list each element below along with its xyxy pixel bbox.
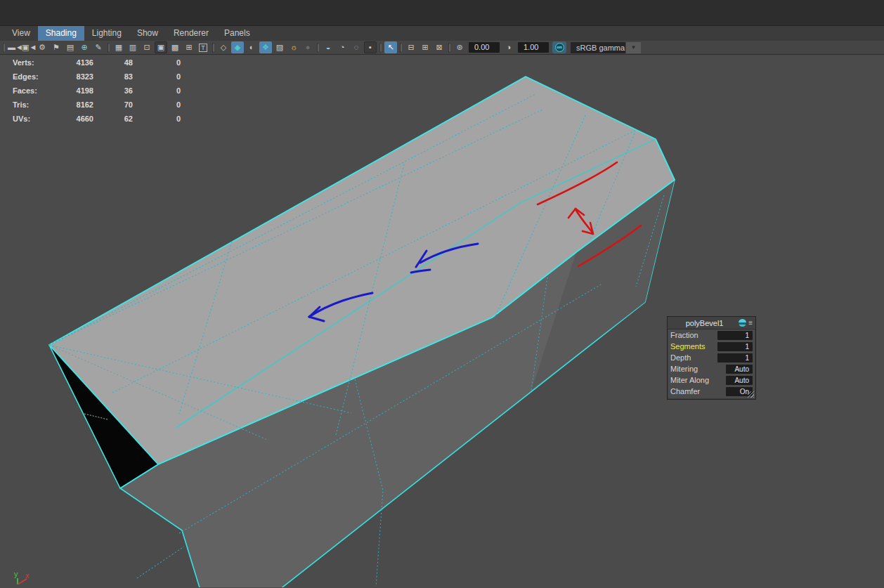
field-chart-icon-glyph: ▩ (171, 43, 178, 51)
lights-icon[interactable]: ☼ (287, 41, 300, 53)
safe-action-icon-glyph: ⊞ (186, 43, 192, 51)
hud-other: 0 (133, 70, 181, 84)
hud-label: Tris: (13, 98, 62, 112)
toolbar-separator (379, 43, 382, 53)
hud-total: 8162 (62, 98, 93, 112)
hud-row-uvs: UVs:4660620 (13, 112, 181, 126)
menu-item-lighting[interactable]: Lighting (84, 26, 129, 41)
xray-icon[interactable]: ⊟ (405, 41, 417, 53)
hud-total: 4136 (62, 55, 93, 70)
menu-item-show[interactable]: Show (129, 26, 166, 41)
toolbar-separator (3, 43, 5, 53)
in-view-editor[interactable]: polyBevel1 ≡ Fraction1Segments1Depth1Mit… (667, 316, 756, 400)
shadows-icon[interactable]: ◒ (322, 41, 334, 53)
hud-other: 0 (133, 84, 181, 98)
editor-row-mitering: MiteringAuto (668, 363, 755, 374)
film-gate-icon[interactable]: ▥ (126, 41, 139, 53)
chevron-down-icon[interactable]: ▼ (626, 42, 641, 53)
editor-row-chamfer: ChamferOn (668, 386, 755, 397)
panel-menu-icon[interactable]: ≡ (748, 320, 753, 327)
editor-panel-rows: Fraction1Segments1Depth1MiteringAutoMite… (668, 329, 755, 397)
menu-item-renderer[interactable]: Renderer (166, 26, 216, 41)
lock-camera-icon[interactable]: ▣◄ (22, 41, 34, 53)
window-titlebar (0, 0, 884, 26)
bookmark-icon[interactable]: ⚑ (50, 41, 63, 53)
attribute-value-field[interactable]: 1 (717, 342, 753, 351)
hud-other: 0 (133, 112, 181, 126)
attribute-value-field[interactable]: Auto (726, 365, 753, 374)
xray-joints-icon[interactable]: ⊞ (419, 41, 431, 53)
attribute-value-field[interactable]: 1 (717, 353, 753, 362)
editor-panel-titlebar[interactable]: polyBevel1 ≡ (668, 317, 755, 329)
lights-icon-glyph: ☼ (290, 43, 297, 51)
xray-icon-glyph: ⊟ (408, 43, 414, 51)
image-plane-icon-glyph: ▤ (67, 43, 74, 51)
grid-icon-glyph: ▦ (115, 43, 122, 51)
contrast-icon[interactable]: ◑ (502, 41, 515, 53)
toolbar-separator (317, 43, 319, 53)
editor-row-depth: Depth1 (668, 352, 755, 363)
camera-attributes-icon[interactable]: ⚙ (36, 41, 48, 53)
menu-item-shading[interactable]: Shading (38, 26, 84, 41)
default-material-icon-glyph: ▨ (276, 43, 283, 51)
editor-row-fraction: Fraction1 (668, 329, 755, 341)
viewport-3d[interactable]: Verts:4136480Edges:8323830Faces:4198360T… (0, 55, 884, 587)
shaded-cube-icon[interactable]: ◆ (231, 41, 244, 53)
hud-row-tris: Tris:8162700 (13, 98, 181, 112)
panel-menubar: ViewShadingLightingShowRendererPanels (0, 26, 884, 41)
selection-highlight-icon[interactable]: ↖ (384, 41, 397, 53)
gamma-on-button[interactable]: on (552, 41, 566, 53)
xray-active-icon[interactable]: ⊠ (433, 41, 446, 53)
pan-zoom-icon[interactable]: ⊕ (78, 41, 91, 53)
film-gate-icon-glyph: ▥ (129, 43, 136, 51)
textured-icon[interactable]: ◐ (245, 41, 258, 53)
hud-selected: 62 (93, 112, 133, 126)
hud-selected: 36 (93, 84, 133, 98)
dim-lights-icon-glyph: ● (306, 43, 311, 51)
hud-row-verts: Verts:4136480 (13, 55, 181, 70)
menu-item-view[interactable]: View (4, 26, 38, 41)
gate-mask-icon[interactable]: ▣ (155, 41, 167, 53)
attribute-label: Chamfer (670, 387, 726, 396)
wireframe-on-shaded-icon[interactable]: ❖ (259, 41, 272, 53)
exposure-field[interactable]: 0.00 (469, 42, 500, 53)
attribute-label: Fraction (670, 331, 717, 339)
safe-title-icon[interactable]: T (197, 41, 209, 53)
exposure-icon[interactable]: ⊛ (453, 41, 466, 53)
grease-pencil-icon[interactable]: ✎ (92, 41, 105, 53)
axis-x-label: x (25, 571, 30, 580)
colorspace-dropdown[interactable]: sRGB gamma (571, 42, 625, 53)
grease-pencil-icon-glyph: ✎ (95, 43, 101, 51)
attribute-value-field[interactable]: 1 (717, 331, 753, 340)
attribute-value-field[interactable]: Auto (726, 376, 753, 385)
menu-item-panels[interactable]: Panels (216, 26, 258, 41)
field-chart-icon[interactable]: ▩ (169, 41, 181, 53)
select-camera-icon[interactable]: ▬◄ (8, 41, 20, 53)
hud-label: UVs: (13, 112, 62, 126)
grid-icon[interactable]: ▦ (112, 41, 125, 53)
occlusion-icon[interactable]: ◔ (336, 41, 349, 53)
wireframe-cube-icon[interactable]: ◇ (217, 41, 230, 53)
default-material-icon[interactable]: ▨ (273, 41, 286, 53)
bookmark-icon-glyph: ⚑ (53, 43, 60, 51)
image-plane-icon[interactable]: ▤ (64, 41, 77, 53)
dim-lights-icon[interactable]: ● (301, 41, 314, 53)
toolbar-separator (108, 43, 110, 53)
wireframe-cube-icon-glyph: ◇ (221, 43, 226, 51)
safe-action-icon[interactable]: ⊞ (183, 41, 195, 53)
select-camera-icon-glyph: ▬◄ (8, 43, 23, 51)
selection-highlight-icon-glyph: ↖ (387, 43, 394, 51)
axis-gizmo: y x (10, 569, 41, 587)
gamma-field[interactable]: 1.00 (518, 42, 549, 53)
resolution-gate-icon[interactable]: ⊡ (141, 41, 153, 53)
shadows-icon-glyph: ◒ (326, 43, 331, 51)
resize-grip[interactable] (748, 391, 754, 398)
multisample-icon[interactable]: ▪ (364, 41, 377, 53)
node-sphere-icon[interactable] (739, 319, 746, 327)
contrast-icon-glyph: ◑ (507, 43, 512, 51)
maya-window: ViewShadingLightingShowRendererPanels ▬◄… (0, 0, 884, 588)
xray-active-icon-glyph: ⊠ (436, 43, 442, 51)
camera-attributes-icon-glyph: ⚙ (39, 43, 46, 51)
motion-blur-icon[interactable]: ◌ (350, 41, 363, 53)
hud-total: 4198 (62, 84, 93, 98)
